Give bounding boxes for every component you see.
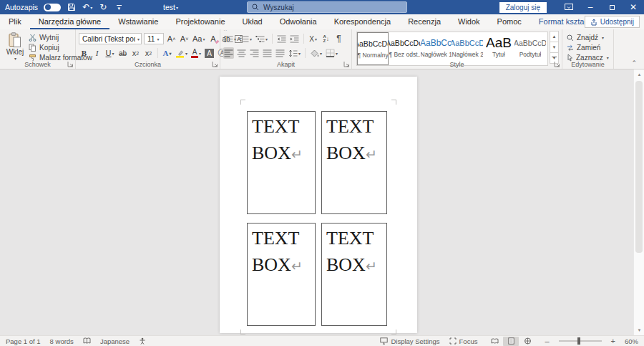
language-indicator[interactable]: Japanese	[100, 337, 130, 345]
autosave-toggle[interactable]	[44, 4, 61, 11]
borders-button[interactable]: ▾	[325, 47, 338, 59]
document-page[interactable]: TEXT BOX↵ TEXT BOX↵ TEXT BOX↵ TEXT BOX↵	[220, 77, 417, 333]
clear-formatting-button[interactable]: A	[208, 33, 218, 44]
zoom-in-icon[interactable]: +	[611, 337, 615, 345]
tab-recenzja[interactable]: Recenzja	[399, 14, 449, 29]
group-editing: Znajdź▾ Zamień Zaznacz▾ Edytowanie	[562, 29, 614, 69]
subscript-button[interactable]: x2	[130, 47, 141, 59]
collapse-ribbon-icon[interactable]: ⌃	[631, 59, 637, 67]
share-button[interactable]: Udostępnij	[585, 16, 640, 28]
grow-font-button[interactable]: A˄	[166, 33, 177, 44]
proofing-icon[interactable]	[83, 337, 91, 345]
tab-uklad[interactable]: Układ	[234, 14, 271, 29]
bullets-button[interactable]: ▾	[223, 33, 237, 44]
scroll-down-icon[interactable]: ▼	[634, 325, 644, 335]
close-icon[interactable]: ✕	[623, 0, 644, 14]
show-formatting-marks-button[interactable]: ¶	[333, 33, 344, 44]
paragraph-dialog-launcher[interactable]	[343, 61, 350, 67]
minimize-icon[interactable]: –	[580, 0, 601, 14]
tab-odwolania[interactable]: Odwołania	[271, 14, 326, 29]
decrease-indent-button[interactable]	[276, 33, 287, 44]
clipboard-dialog-launcher[interactable]	[67, 61, 74, 67]
italic-button[interactable]: I	[92, 47, 102, 59]
find-button[interactable]: Znajdź▾	[567, 34, 604, 42]
increase-indent-button[interactable]	[289, 33, 300, 44]
styles-scroll-down-icon[interactable]: ▼	[550, 42, 559, 53]
font-color-button[interactable]: A ▾	[190, 47, 202, 59]
customize-qat-icon[interactable]: ▾	[114, 0, 124, 14]
change-case-button[interactable]: Aa▾	[192, 33, 205, 44]
zoom-level[interactable]: 60%	[625, 337, 638, 345]
styles-dialog-launcher[interactable]	[554, 61, 560, 67]
word-count[interactable]: 8 words	[50, 337, 74, 345]
superscript-button[interactable]: x2	[143, 47, 154, 59]
tab-projektowanie[interactable]: Projektowanie	[167, 14, 233, 29]
display-settings-button[interactable]: Display Settings	[380, 337, 439, 345]
ribbon-display-options-icon[interactable]	[558, 0, 580, 14]
maximize-icon[interactable]	[601, 0, 623, 14]
paragraph-group-label: Akapit	[220, 61, 351, 68]
sign-in-button[interactable]: Zaloguj się	[499, 2, 547, 13]
document-area: TEXT BOX↵ TEXT BOX↵ TEXT BOX↵ TEXT BOX↵ …	[0, 69, 644, 335]
asian-layout-button[interactable]: X▾	[308, 33, 318, 44]
strikethrough-button[interactable]: ab	[117, 47, 128, 59]
font-dialog-launcher[interactable]	[212, 61, 218, 67]
search-box[interactable]	[247, 1, 407, 13]
align-right-icon	[250, 49, 259, 57]
text-effects-button[interactable]: A▾	[162, 47, 172, 59]
line-spacing-button[interactable]: ▾	[288, 47, 301, 59]
undo-icon[interactable]: ↶▾	[82, 0, 92, 14]
shrink-font-button[interactable]: A˅	[179, 33, 190, 44]
replace-button[interactable]: Zamień	[567, 44, 600, 52]
print-layout-button[interactable]	[503, 337, 519, 346]
clipboard-group-label: Schowek	[0, 61, 75, 68]
tab-pomoc[interactable]: Pomoc	[489, 14, 530, 29]
zoom-slider-thumb[interactable]	[577, 337, 580, 345]
shading-button[interactable]: ▾	[309, 47, 323, 59]
font-name-select[interactable]: Calibri (Tekst pod▾	[79, 33, 142, 44]
redo-icon[interactable]: ↻	[98, 0, 108, 14]
read-mode-button[interactable]	[487, 337, 502, 346]
multilevel-list-button[interactable]: ▾	[255, 33, 268, 44]
page-indicator[interactable]: Page 1 of 1	[6, 337, 41, 345]
highlight-button[interactable]: ▾	[175, 47, 188, 59]
group-font: Calibri (Tekst pod▾ 11▾ A˄ A˅ Aa▾ A ab A…	[76, 29, 220, 69]
distributed-button[interactable]	[275, 47, 286, 59]
tab-narzedzia-glowne[interactable]: Narzędzia główne	[30, 14, 109, 29]
bold-button[interactable]: B	[79, 47, 89, 59]
scroll-up-icon[interactable]: ▲	[634, 69, 644, 80]
accessibility-icon[interactable]	[139, 337, 146, 345]
tab-widok[interactable]: Widok	[449, 14, 489, 29]
tab-korespondencja[interactable]: Korespondencja	[326, 14, 400, 29]
web-layout-icon	[524, 337, 532, 345]
zoom-out-icon[interactable]: –	[545, 337, 549, 345]
character-shading-button[interactable]: A	[204, 47, 215, 59]
vertical-scrollbar[interactable]: ▲ ▼	[633, 69, 644, 335]
tab-wstawianie[interactable]: Wstawianie	[109, 14, 167, 29]
tab-plik[interactable]: Plik	[0, 14, 30, 29]
font-size-select[interactable]: 11▾	[144, 33, 164, 44]
copy-button[interactable]: Kopiuj	[29, 44, 59, 52]
sort-button[interactable]: AZ ↓	[321, 33, 331, 44]
scrollbar-thumb[interactable]	[635, 81, 643, 253]
text-box-4[interactable]: TEXT BOX↵	[321, 223, 387, 326]
align-left-button[interactable]	[223, 47, 234, 59]
text-box-1[interactable]: TEXT BOX↵	[247, 111, 316, 214]
text-box-3[interactable]: TEXT BOX↵	[247, 223, 316, 326]
save-icon[interactable]	[67, 0, 77, 14]
font-group-label: Czcionka	[76, 61, 220, 68]
align-center-button[interactable]	[236, 47, 247, 59]
autosave-toggle-knob	[45, 4, 51, 10]
document-title[interactable]: test▾	[163, 0, 178, 14]
justify-button[interactable]	[262, 47, 273, 59]
align-right-button[interactable]	[249, 47, 260, 59]
text-box-2[interactable]: TEXT BOX↵	[321, 111, 387, 214]
underline-button[interactable]: U▾	[104, 47, 115, 59]
focus-button[interactable]: Focus	[449, 337, 478, 345]
cut-button[interactable]: Wytnij	[29, 34, 59, 42]
search-input[interactable]	[263, 4, 385, 11]
styles-scroll-up-icon[interactable]: ▲	[550, 31, 559, 42]
web-layout-button[interactable]	[519, 337, 535, 346]
numbering-button[interactable]: ▾	[239, 33, 253, 44]
zoom-slider[interactable]	[559, 340, 602, 342]
